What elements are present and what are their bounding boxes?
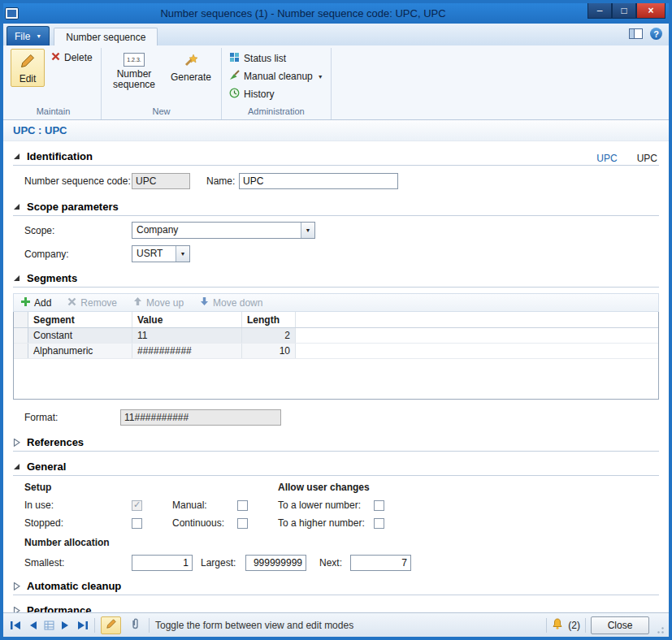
- largest-label: Largest:: [201, 557, 245, 569]
- expanded-triangle-icon: [13, 203, 21, 210]
- history-button[interactable]: History: [227, 86, 326, 102]
- remove-x-icon: [67, 297, 76, 309]
- attachment-button[interactable]: [127, 616, 143, 634]
- delete-button[interactable]: Delete: [49, 50, 95, 65]
- next-input[interactable]: [350, 555, 411, 571]
- column-header-value[interactable]: Value: [132, 312, 242, 327]
- help-icon[interactable]: ?: [650, 28, 662, 40]
- section-performance[interactable]: Performance: [13, 601, 659, 612]
- remove-button[interactable]: Remove: [67, 297, 117, 309]
- allow-user-changes-heading: Allow user changes: [278, 482, 398, 493]
- header-selector: [14, 312, 28, 327]
- grid-view-icon[interactable]: [44, 621, 54, 630]
- status-list-icon: [229, 52, 240, 65]
- close-button[interactable]: Close: [591, 616, 649, 634]
- maximize-button[interactable]: □: [612, 3, 636, 19]
- plus-icon: [21, 297, 30, 309]
- layout-pane-icon[interactable]: [629, 28, 643, 39]
- segments-grid-body: Constant112Alphanumeric##########10: [14, 328, 658, 359]
- status-list-label: Status list: [244, 53, 286, 64]
- segments-toolbar: Add Remove Move up Move down: [13, 293, 659, 312]
- notification-count[interactable]: (2): [568, 620, 580, 631]
- section-identification[interactable]: Identification: [13, 147, 659, 166]
- expanded-triangle-icon: [13, 463, 21, 470]
- expanded-triangle-icon: [13, 275, 21, 282]
- cell-segment: Alphanumeric: [28, 344, 132, 358]
- scope-select[interactable]: Company ▼: [132, 222, 315, 239]
- manual-label: Manual:: [172, 499, 237, 511]
- record-link[interactable]: UPC: [596, 153, 617, 164]
- titlebar: Number sequences (1) - Number sequence c…: [3, 3, 669, 24]
- in-use-checkbox[interactable]: [132, 500, 142, 511]
- to-lower-checkbox[interactable]: [374, 500, 384, 511]
- move-up-label: Move up: [146, 297, 184, 309]
- section-automatic-cleanup[interactable]: Automatic cleanup: [13, 577, 659, 595]
- smallest-input[interactable]: [132, 555, 193, 571]
- number-sequence-button[interactable]: 1.2.3. Number sequence: [106, 49, 162, 93]
- table-row[interactable]: Constant112: [14, 328, 658, 344]
- generate-button[interactable]: Generate: [166, 49, 216, 85]
- edit-button[interactable]: Edit: [11, 49, 45, 87]
- section-title: References: [27, 436, 84, 448]
- section-segments[interactable]: Segments: [13, 269, 659, 288]
- continuous-checkbox[interactable]: [237, 518, 248, 529]
- ribbon-group-new: 1.2.3. Number sequence Generate New: [102, 48, 222, 119]
- generate-label: Generate: [171, 72, 211, 83]
- section-scope-parameters[interactable]: Scope parameters: [13, 197, 659, 216]
- file-menu-button[interactable]: File ▼: [7, 26, 50, 45]
- minimize-button[interactable]: –: [587, 3, 612, 19]
- delete-label: Delete: [64, 52, 93, 63]
- close-window-button[interactable]: ×: [636, 3, 665, 19]
- form-content: Identification UPC UPC Number sequence c…: [3, 141, 669, 612]
- tab-label: Number sequence: [66, 32, 145, 43]
- move-down-label: Move down: [213, 297, 262, 309]
- menubar: File ▼ Number sequence ?: [3, 24, 669, 45]
- edit-mode-toggle[interactable]: [101, 616, 121, 634]
- move-up-button[interactable]: Move up: [133, 296, 184, 309]
- column-header-length[interactable]: Length: [242, 312, 296, 327]
- to-higher-label: To a higher number:: [278, 517, 374, 529]
- add-button[interactable]: Add: [21, 297, 51, 309]
- company-select[interactable]: USRT ▼: [132, 245, 190, 262]
- next-record-icon[interactable]: [61, 621, 71, 630]
- cell-empty: [296, 328, 658, 343]
- paperclip-icon: [130, 618, 140, 633]
- format-input: [120, 409, 281, 426]
- chevron-down-icon[interactable]: ▼: [301, 223, 314, 238]
- first-record-icon[interactable]: [10, 621, 21, 630]
- status-list-button[interactable]: Status list: [227, 50, 326, 67]
- resize-grip-icon[interactable]: [654, 624, 665, 634]
- row-selector: [14, 344, 28, 358]
- previous-record-icon[interactable]: [28, 621, 37, 630]
- number-allocation-row: Smallest: Largest: Next:: [13, 548, 659, 571]
- cell-length: 10: [242, 344, 296, 358]
- chevron-down-icon: ▼: [318, 74, 323, 80]
- section-title: Scope parameters: [27, 201, 119, 213]
- to-higher-checkbox[interactable]: [374, 518, 384, 529]
- section-references[interactable]: References: [13, 433, 659, 452]
- manual-checkbox[interactable]: [237, 500, 248, 511]
- stopped-checkbox[interactable]: [132, 518, 142, 529]
- ribbon-group-maintain: Edit Delete Maintain: [6, 48, 102, 119]
- section-general[interactable]: General: [13, 457, 659, 476]
- bell-icon[interactable]: [552, 618, 563, 633]
- column-header-segment[interactable]: Segment: [28, 312, 132, 327]
- largest-input[interactable]: [245, 555, 306, 571]
- move-down-button[interactable]: Move down: [200, 296, 262, 309]
- continuous-label: Continuous:: [172, 517, 237, 529]
- last-record-icon[interactable]: [77, 621, 89, 630]
- manual-cleanup-button[interactable]: Manual cleanup ▼: [227, 68, 326, 84]
- general-body: Setup Allow user changes In use: Manual:…: [13, 476, 659, 529]
- identification-body: UPC UPC Number sequence code: Name:: [13, 166, 659, 192]
- name-input[interactable]: [239, 173, 398, 189]
- chevron-down-icon[interactable]: ▼: [176, 246, 189, 262]
- collapsed-triangle-icon: [13, 582, 21, 590]
- record-header: UPC : UPC: [3, 120, 669, 141]
- table-row[interactable]: Alphanumeric##########10: [14, 344, 658, 359]
- pencil-icon: [106, 618, 117, 632]
- scope-label: Scope:: [24, 225, 132, 236]
- section-title: Identification: [27, 150, 93, 162]
- window-title: Number sequences (1) - Number sequence c…: [19, 7, 587, 19]
- tab-number-sequence[interactable]: Number sequence: [54, 28, 158, 45]
- collapsed-triangle-icon: [13, 439, 21, 447]
